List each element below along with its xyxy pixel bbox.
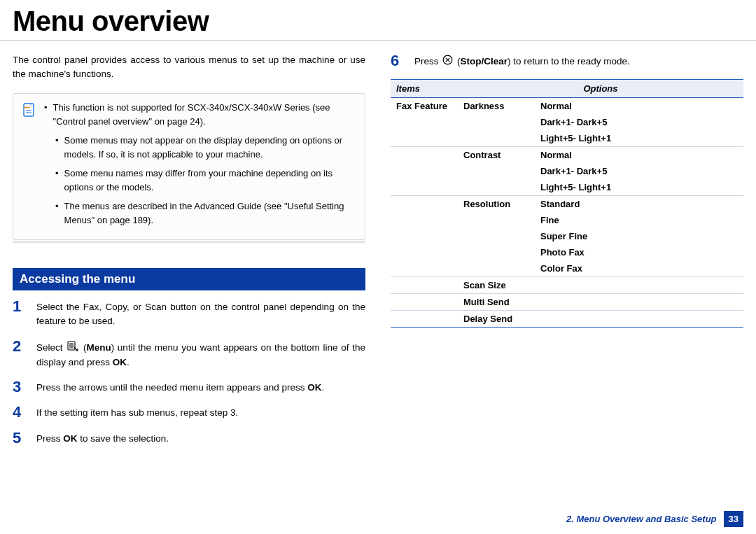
page-title: Menu overview (0, 0, 756, 41)
table-cell-subitem (458, 130, 535, 147)
table-row: Color Fax (391, 260, 743, 277)
svg-rect-3 (68, 342, 75, 350)
step-text: Press OK to save the selection. (36, 430, 169, 446)
table-cell-item (391, 179, 458, 196)
table-cell-option: Dark+1- Dark+5 (535, 114, 743, 130)
table-row: Photo Fax (391, 244, 743, 260)
table-cell-subitem: Resolution (458, 196, 535, 213)
steps-right: 6Press (Stop/Clear) to return to the rea… (391, 53, 743, 69)
table-cell-item (391, 311, 458, 328)
table-cell-item (391, 294, 458, 311)
table-cell-subitem (458, 260, 535, 277)
table-cell-subitem (458, 179, 535, 196)
table-cell-subitem (458, 163, 535, 179)
table-row: Multi Send (391, 294, 743, 311)
table-cell-option: Super Fine (535, 228, 743, 244)
section-heading: Accessing the menu (13, 268, 365, 290)
bullet-icon: • (55, 199, 59, 227)
left-column: The control panel provides access to var… (13, 53, 365, 456)
content-columns: The control panel provides access to var… (0, 53, 756, 456)
note-text: This function is not supported for SCX-3… (53, 101, 355, 128)
table-cell-subitem: Contrast (458, 147, 535, 164)
table-cell-option (535, 277, 743, 294)
step-row: 5Press OK to save the selection. (13, 430, 365, 446)
table-header-options: Options (458, 80, 743, 98)
step-number: 4 (13, 405, 27, 420)
table-cell-option (535, 311, 743, 328)
step-text: If the setting item has sub menus, repea… (36, 405, 238, 420)
bullet-icon: • (44, 101, 48, 128)
table-cell-option: Light+5- Light+1 (535, 130, 743, 147)
note-list: •This function is not supported for SCX-… (44, 101, 355, 232)
step-row: 3Press the arrows until the needed menu … (13, 379, 365, 395)
note-icon (22, 102, 36, 119)
table-cell-item (391, 260, 458, 277)
step-number: 5 (13, 430, 27, 446)
table-cell-item (391, 163, 458, 179)
step-text: Select the Fax, Copy, or Scan button on … (36, 299, 365, 329)
table-cell-subitem (458, 212, 535, 228)
table-row: Light+5- Light+1 (391, 130, 743, 147)
note-item: •The menus are described in the Advanced… (44, 199, 355, 227)
table-cell-option: Light+5- Light+1 (535, 179, 743, 196)
table-cell-subitem: Scan Size (458, 277, 535, 294)
table-cell-subitem (458, 244, 535, 260)
table-cell-item (391, 114, 458, 130)
step-text: Select (Menu) until the menu you want ap… (36, 339, 365, 370)
step-row: 1Select the Fax, Copy, or Scan button on… (13, 299, 365, 329)
step-text: Press the arrows until the needed menu i… (36, 379, 324, 395)
step-number: 2 (13, 339, 27, 370)
table-cell-item (391, 130, 458, 147)
table-cell-item (391, 147, 458, 164)
note-box: •This function is not supported for SCX-… (13, 93, 365, 240)
table-cell-item (391, 228, 458, 244)
step-row: 2Select (Menu) until the menu you want a… (13, 339, 365, 370)
note-item: •Some menus may not appear on the displa… (44, 134, 355, 161)
note-text: Some menu names may differ from your mac… (64, 167, 355, 194)
table-cell-subitem (458, 114, 535, 130)
step-row: 6Press (Stop/Clear) to return to the rea… (391, 53, 743, 69)
options-table: Items Options Fax FeatureDarknessNormalD… (391, 79, 743, 328)
table-cell-option: Normal (535, 147, 743, 164)
page-footer: 2. Menu Overview and Basic Setup 33 (566, 511, 743, 527)
footer-page-number: 33 (724, 511, 743, 527)
table-row: Fine (391, 212, 743, 228)
step-number: 3 (13, 379, 27, 395)
table-cell-option: Normal (535, 98, 743, 115)
step-number: 6 (391, 53, 405, 69)
table-cell-option: Dark+1- Dark+5 (535, 163, 743, 179)
note-divider (13, 241, 365, 244)
bullet-icon: • (55, 134, 59, 161)
table-row: Delay Send (391, 311, 743, 328)
stop-clear-icon (442, 55, 453, 69)
table-row: Light+5- Light+1 (391, 179, 743, 196)
steps-left: 1Select the Fax, Copy, or Scan button on… (13, 299, 365, 446)
bullet-icon: • (55, 167, 59, 194)
footer-chapter: 2. Menu Overview and Basic Setup (566, 514, 717, 524)
table-cell-option: Standard (535, 196, 743, 213)
table-cell-option: Color Fax (535, 260, 743, 277)
table-cell-item (391, 212, 458, 228)
table-row: Super Fine (391, 228, 743, 244)
table-cell-item (391, 277, 458, 294)
table-cell-subitem: Delay Send (458, 311, 535, 328)
table-cell-option: Fine (535, 212, 743, 228)
table-row: Dark+1- Dark+5 (391, 114, 743, 130)
table-header-items: Items (391, 80, 458, 98)
note-text: The menus are described in the Advanced … (64, 199, 355, 227)
step-number: 1 (13, 299, 27, 329)
table-cell-subitem: Multi Send (458, 294, 535, 311)
table-cell-subitem: Darkness (458, 98, 535, 115)
table-cell-item: Fax Feature (391, 98, 458, 115)
right-column: 6Press (Stop/Clear) to return to the rea… (391, 53, 743, 456)
menu-icon (67, 340, 78, 356)
table-cell-item (391, 244, 458, 260)
table-cell-subitem (458, 228, 535, 244)
intro-text: The control panel provides access to var… (13, 53, 365, 80)
table-row: ContrastNormal (391, 147, 743, 164)
step-row: 4If the setting item has sub menus, repe… (13, 405, 365, 420)
note-item: •Some menu names may differ from your ma… (44, 167, 355, 194)
note-text: Some menus may not appear on the display… (64, 134, 355, 161)
table-cell-option (535, 294, 743, 311)
table-cell-item (391, 196, 458, 213)
